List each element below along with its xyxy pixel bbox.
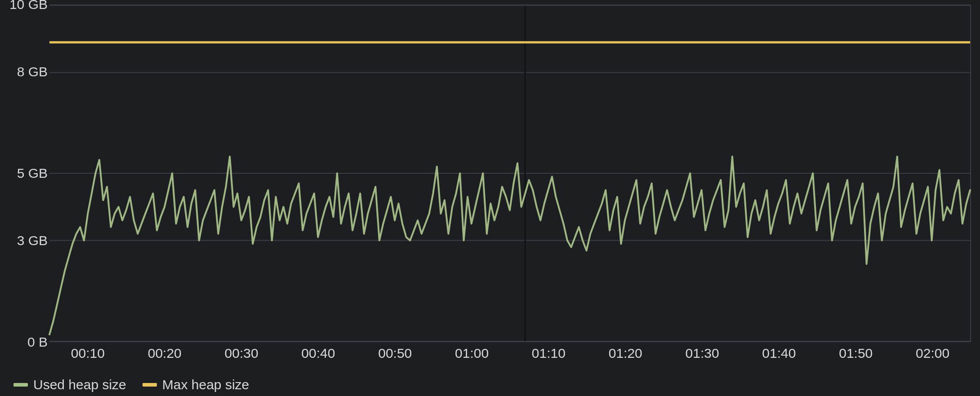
heap-chart-panel: 0 B3 GB5 GB8 GB10 GB 00:1000:2000:3000:4… — [0, 0, 980, 396]
legend-swatch — [13, 383, 28, 387]
x-tick-label: 01:10 — [532, 346, 566, 361]
legend-swatch — [143, 383, 157, 387]
y-tick-label: 10 GB — [9, 0, 48, 12]
x-tick-label: 01:40 — [762, 346, 796, 361]
x-tick-label: 02:00 — [916, 346, 949, 361]
x-tick-label: 01:00 — [455, 346, 489, 361]
x-tick-label: 01:50 — [839, 346, 873, 361]
series-used-heap — [49, 157, 970, 334]
x-tick-label: 00:20 — [148, 346, 182, 361]
legend-label: Max heap size — [162, 377, 249, 392]
legend-item-max-heap[interactable]: Max heap size — [143, 377, 249, 392]
legend-label: Used heap size — [33, 377, 126, 392]
y-tick-label: 5 GB — [17, 166, 48, 181]
x-tick-label: 00:30 — [225, 346, 258, 361]
x-tick-label: 01:20 — [609, 346, 642, 361]
legend: Used heap size Max heap size — [13, 377, 249, 392]
x-tick-label: 00:10 — [71, 346, 105, 361]
legend-item-used-heap[interactable]: Used heap size — [13, 377, 126, 392]
y-tick-label: 8 GB — [17, 64, 48, 79]
x-tick-label: 00:40 — [301, 346, 335, 361]
y-tick-label: 0 B — [27, 334, 48, 350]
chart-svg — [49, 5, 970, 341]
plot-area[interactable] — [49, 4, 971, 342]
x-tick-label: 01:30 — [686, 346, 719, 361]
x-tick-label: 00:50 — [378, 346, 412, 361]
y-tick-label: 3 GB — [17, 233, 48, 248]
